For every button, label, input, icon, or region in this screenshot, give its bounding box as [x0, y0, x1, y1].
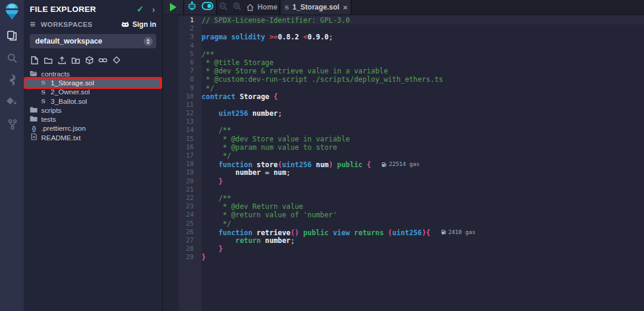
sign-in-button[interactable]: Sign in	[121, 20, 156, 29]
code-line-19[interactable]: 19 number = num;	[163, 168, 644, 177]
code-line-12[interactable]: 12 uint256 number;	[163, 109, 644, 118]
line-number[interactable]: 22	[179, 194, 202, 202]
code-line-20[interactable]: 20 }	[163, 177, 644, 186]
check-icon[interactable]: ✓	[137, 4, 144, 14]
zoom-out-icon[interactable]	[219, 2, 228, 13]
code-line-17[interactable]: 17 */	[163, 152, 644, 160]
line-content[interactable]: }	[202, 177, 644, 186]
search-icon[interactable]	[5, 51, 19, 65]
tree-item-readme-txt[interactable]: README.txt	[24, 133, 162, 142]
line-number[interactable]: 7	[179, 67, 202, 75]
line-content[interactable]: */	[202, 152, 644, 160]
line-number[interactable]: 19	[179, 168, 202, 177]
line-number[interactable]: 26	[179, 228, 202, 236]
tab-home[interactable]: Home	[244, 0, 280, 14]
line-content[interactable]: uint256 number;	[202, 109, 644, 118]
line-content[interactable]: * @dev Store & retrieve value in a varia…	[202, 67, 644, 75]
line-number[interactable]: 2	[179, 24, 202, 33]
code-line-15[interactable]: 15 * @dev Store value in variable	[163, 135, 644, 143]
line-content[interactable]: */	[202, 220, 644, 228]
code-line-6[interactable]: 6 * @title Storage	[163, 58, 644, 67]
tree-item-3-ballot-sol[interactable]: S3_Ballot.sol	[24, 97, 162, 106]
tree-item-prettierrc-json[interactable]: {}.prettierrc.json	[24, 124, 162, 133]
code-line-23[interactable]: 23 * @dev Return value	[163, 202, 644, 211]
line-content[interactable]: contract Storage {	[202, 93, 644, 101]
tree-item-tests[interactable]: tests	[24, 115, 162, 124]
line-content[interactable]: function retrieve() public view returns …	[202, 228, 644, 236]
line-number[interactable]: 12	[179, 109, 202, 118]
chevron-right-icon[interactable]: ›	[152, 5, 155, 14]
line-number[interactable]: 6	[179, 58, 202, 67]
git-icon[interactable]	[5, 117, 19, 131]
line-number[interactable]: 4	[179, 42, 202, 50]
code-line-14[interactable]: 14 /**	[163, 126, 644, 134]
line-number[interactable]: 14	[179, 126, 202, 134]
code-line-7[interactable]: 7 * @dev Store & retrieve value in a var…	[163, 67, 644, 75]
code-line-9[interactable]: 9 */	[163, 84, 644, 93]
ai-toggle-icon[interactable]	[202, 2, 213, 13]
code-line-21[interactable]: 21	[163, 186, 644, 194]
ai-copilot-icon[interactable]	[187, 1, 197, 13]
line-content[interactable]: * @title Storage	[202, 58, 644, 67]
code-line-4[interactable]: 4	[163, 42, 644, 50]
code-line-10[interactable]: 10contract Storage {	[163, 93, 644, 101]
line-content[interactable]	[202, 24, 644, 33]
load-cube-icon[interactable]	[85, 56, 94, 64]
line-number[interactable]: 20	[179, 177, 202, 186]
code-line-8[interactable]: 8 * @custom:dev-run-script ./scripts/dep…	[163, 75, 644, 84]
publish-gist-icon[interactable]	[112, 56, 121, 64]
code-line-1[interactable]: 1// SPDX-License-Identifier: GPL-3.0	[163, 16, 644, 24]
line-content[interactable]: }	[202, 245, 644, 253]
new-folder-icon[interactable]	[44, 56, 52, 64]
code-editor[interactable]: 1// SPDX-License-Identifier: GPL-3.023pr…	[163, 15, 644, 311]
code-line-22[interactable]: 22 /**	[163, 194, 644, 202]
upload-folder-icon[interactable]	[71, 56, 80, 64]
line-number[interactable]: 1	[179, 16, 202, 24]
close-tab-icon[interactable]: ×	[343, 3, 348, 12]
tab-1-storage-sol[interactable]: S 1_Storage.sol ×	[281, 0, 352, 14]
line-number[interactable]: 28	[179, 245, 202, 253]
editor-empty-space[interactable]	[163, 261, 644, 311]
deploy-run-icon[interactable]	[5, 95, 19, 109]
line-number[interactable]: 23	[179, 202, 202, 211]
tree-item-contracts[interactable]: contracts	[24, 69, 162, 78]
line-content[interactable]: /**	[202, 50, 644, 58]
zoom-in-icon[interactable]	[233, 2, 242, 13]
remix-logo-icon[interactable]	[2, 2, 21, 21]
line-number[interactable]: 3	[179, 33, 202, 41]
code-line-29[interactable]: 29}	[163, 253, 644, 261]
line-content[interactable]: }	[202, 253, 644, 261]
new-file-icon[interactable]	[30, 56, 39, 64]
code-line-18[interactable]: 18 function store(uint256 num) public {2…	[163, 160, 644, 168]
tree-item-1-storage-sol[interactable]: S1_Storage.sol	[24, 78, 162, 87]
workspaces-menu-icon[interactable]: ≡	[30, 20, 35, 29]
line-content[interactable]: * @dev Return value	[202, 202, 644, 211]
line-content[interactable]: function store(uint256 num) public {2251…	[202, 160, 644, 168]
line-content[interactable]: * @param num value to store	[202, 143, 644, 152]
line-number[interactable]: 13	[179, 118, 202, 126]
code-line-11[interactable]: 11	[163, 101, 644, 109]
line-number[interactable]: 27	[179, 236, 202, 245]
tree-item-scripts[interactable]: scripts	[24, 106, 162, 115]
line-number[interactable]: 18	[179, 160, 202, 168]
upload-file-icon[interactable]	[57, 56, 66, 64]
tree-item-2-owner-sol[interactable]: S2_Owner.sol	[24, 88, 162, 97]
code-line-28[interactable]: 28 }	[163, 245, 644, 253]
line-content[interactable]: * @custom:dev-run-script ./scripts/deplo…	[202, 75, 644, 84]
code-line-2[interactable]: 2	[163, 24, 644, 33]
line-number[interactable]: 25	[179, 220, 202, 228]
line-number[interactable]: 24	[179, 211, 202, 219]
line-content[interactable]: number = num;	[202, 168, 644, 177]
line-content[interactable]: /**	[202, 194, 644, 202]
line-number[interactable]: 10	[179, 93, 202, 101]
line-number[interactable]: 5	[179, 50, 202, 58]
code-line-27[interactable]: 27 return number;	[163, 236, 644, 245]
line-number[interactable]: 9	[179, 84, 202, 93]
line-number[interactable]: 8	[179, 75, 202, 84]
line-content[interactable]	[202, 42, 644, 50]
line-number[interactable]: 29	[179, 253, 202, 261]
code-line-16[interactable]: 16 * @param num value to store	[163, 143, 644, 152]
code-line-25[interactable]: 25 */	[163, 220, 644, 228]
import-link-icon[interactable]	[98, 56, 107, 64]
code-line-5[interactable]: 5/**	[163, 50, 644, 58]
